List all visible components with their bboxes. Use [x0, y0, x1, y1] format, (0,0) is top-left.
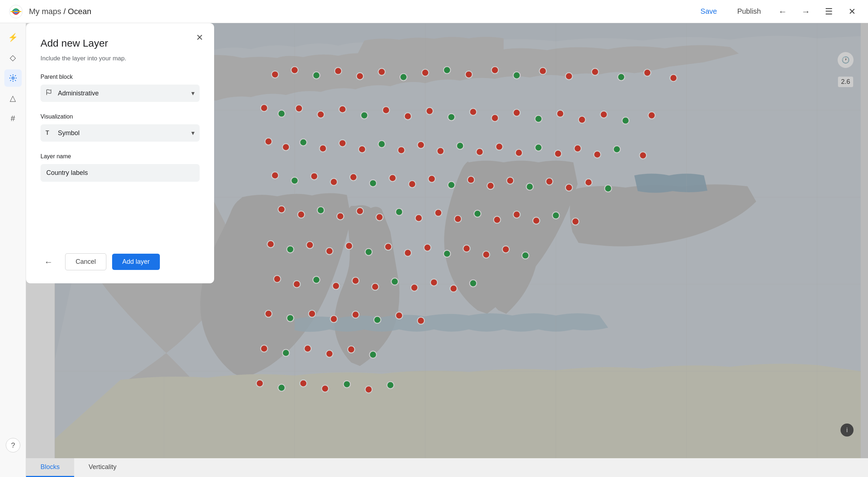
modal-overlay: ✕ Add new Layer Include the layer into y… [26, 23, 868, 458]
save-button[interactable]: Save [695, 4, 723, 18]
back-button[interactable]: ← [41, 254, 56, 270]
parent-block-label: Parent block [41, 74, 200, 80]
publish-button[interactable]: Publish [731, 4, 767, 18]
sidebar-item-grid[interactable]: # [4, 110, 22, 127]
tab-blocks[interactable]: Blocks [26, 458, 74, 477]
help-button[interactable]: ? [6, 438, 20, 452]
visualization-label: Visualization [41, 113, 200, 120]
breadcrumb: My maps / Ocean [29, 7, 695, 16]
breadcrumb-separator: / [63, 7, 68, 16]
back-nav-button[interactable]: ← [775, 4, 790, 19]
layer-name-label: Layer name [41, 153, 200, 160]
visualization-group: Visualization T Symbol Line Polygon Heat… [41, 113, 200, 142]
cancel-button[interactable]: Cancel [65, 253, 106, 270]
layer-name-group: Layer name [41, 153, 200, 182]
tab-verticality[interactable]: Verticality [74, 458, 131, 477]
sidebar-item-settings[interactable] [4, 69, 22, 87]
sidebar-item-lightning[interactable]: ⚡ [4, 29, 22, 46]
add-layer-button[interactable]: Add layer [112, 254, 160, 270]
sidebar-item-layers[interactable]: ◇ [4, 49, 22, 66]
parent-block-group: Parent block Administrative Physical Cul… [41, 74, 200, 102]
layer-name-input[interactable] [41, 164, 200, 182]
modal-dialog: ✕ Add new Layer Include the layer into y… [26, 23, 214, 283]
modal-title: Add new Layer [41, 38, 200, 49]
visualization-select-wrapper: T Symbol Line Polygon Heatmap ▾ [41, 124, 200, 142]
svg-point-1 [12, 77, 14, 79]
modal-subtitle: Include the layer into your map. [41, 55, 200, 62]
modal-footer: ← Cancel Add layer [41, 253, 200, 270]
topbar-actions: Save Publish ← → ☰ ✕ [695, 4, 859, 19]
topbar: My maps / Ocean Save Publish ← → ☰ ✕ [0, 0, 868, 23]
sidebar: ⚡ ◇ △ # [0, 23, 26, 477]
sidebar-item-triangle[interactable]: △ [4, 90, 22, 107]
forward-nav-button[interactable]: → [799, 4, 813, 19]
menu-button[interactable]: ☰ [822, 4, 836, 19]
breadcrumb-current: Ocean [68, 7, 92, 16]
parent-block-select[interactable]: Administrative Physical Cultural [41, 85, 200, 102]
parent-block-select-wrapper: Administrative Physical Cultural ▾ [41, 85, 200, 102]
app-logo [9, 4, 23, 19]
bottom-tabs: Blocks Verticality [26, 458, 868, 477]
close-button[interactable]: ✕ [845, 4, 859, 19]
modal-close-button[interactable]: ✕ [192, 30, 207, 45]
visualization-select[interactable]: Symbol Line Polygon Heatmap [41, 124, 200, 142]
breadcrumb-link[interactable]: My maps [29, 7, 61, 16]
